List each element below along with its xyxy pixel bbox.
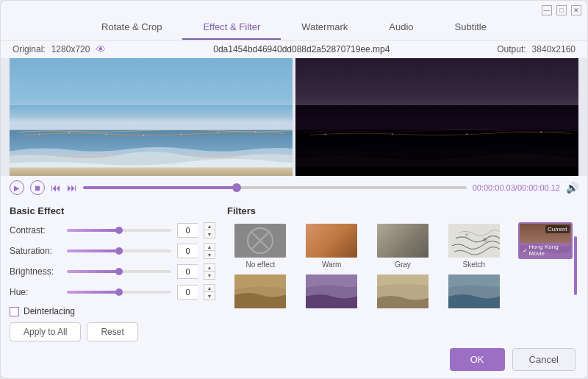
svg-rect-12	[295, 167, 578, 176]
filtered-video-frame	[295, 58, 578, 176]
timeline-slider[interactable]	[83, 186, 467, 189]
apply-all-button[interactable]: Apply to All	[10, 322, 81, 341]
output-label: Output:	[497, 44, 526, 54]
cancel-button[interactable]: Cancel	[512, 348, 576, 371]
filter-label-warm: Warm	[322, 261, 341, 269]
svg-point-7	[180, 133, 182, 135]
filter-hk-movie[interactable]: Current ✓ Hong Kong Movie	[512, 222, 578, 269]
no-effect-bg	[234, 224, 286, 258]
brightness-label: Brightness:	[10, 266, 61, 277]
warm-bg	[306, 224, 357, 258]
time-display: 00:00:00.03/00:00:00.12	[473, 183, 560, 192]
tab-audio[interactable]: Audio	[368, 15, 434, 40]
filter-sketch[interactable]: Sketch	[440, 222, 507, 269]
gray-bg	[377, 224, 429, 258]
timeline-area: ▶ ⏹ ⏮ ⏭ 00:00:00.03/00:00:00.12 🔊	[1, 176, 587, 199]
wave-overlay-right	[295, 105, 578, 176]
deinterlace-checkbox[interactable]	[10, 307, 19, 316]
filter-row2-4[interactable]	[440, 273, 507, 310]
brightness-stepper[interactable]: ▲ ▼	[204, 263, 215, 280]
filter-gray[interactable]: Gray	[370, 222, 437, 269]
timeline-thumb[interactable]	[232, 183, 241, 192]
current-badge: Current	[545, 225, 570, 233]
svg-point-15	[466, 133, 467, 135]
saturation-up[interactable]: ▲	[204, 244, 215, 251]
close-button[interactable]: ✕	[571, 5, 581, 15]
tab-subtitle[interactable]: Subtitle	[434, 15, 507, 40]
svg-point-13	[325, 133, 326, 135]
filters-scrollbar[interactable]	[574, 236, 577, 295]
contrast-down[interactable]: ▼	[204, 230, 215, 238]
play-button[interactable]: ▶	[10, 180, 24, 195]
contrast-slider[interactable]	[67, 229, 171, 232]
brightness-value: 0	[177, 264, 198, 279]
tab-rotate-crop[interactable]: Rotate & Crop	[81, 15, 182, 40]
selected-bar: ✓ Hong Kong Movie	[520, 243, 571, 258]
svg-point-19	[483, 238, 487, 242]
filter-thumb-row2-3	[376, 273, 430, 310]
svg-point-18	[465, 233, 468, 236]
maximize-button[interactable]: □	[556, 5, 567, 15]
timeline-controls: ▶ ⏹ ⏮ ⏭ 00:00:00.03/00:00:00.12 🔊	[10, 180, 578, 195]
saturation-row: Saturation: 0 ▲ ▼	[10, 243, 215, 259]
filter-row2-2[interactable]	[298, 273, 365, 310]
row2-1-svg	[234, 274, 287, 310]
no-effect-icon	[247, 227, 273, 254]
ok-button[interactable]: OK	[450, 348, 505, 371]
skip-forward-button[interactable]: ⏭	[67, 183, 77, 193]
svg-point-9	[254, 132, 256, 133]
filters-panel: Filters No effect	[215, 205, 578, 338]
contrast-label: Contrast:	[10, 225, 61, 235]
saturation-stepper[interactable]: ▲ ▼	[204, 243, 215, 259]
volume-icon[interactable]: 🔊	[566, 182, 578, 194]
contrast-row: Contrast: 0 ▲ ▼	[10, 222, 215, 238]
brightness-up[interactable]: ▲	[204, 264, 215, 272]
original-video-frame	[10, 58, 293, 176]
filter-warm[interactable]: Warm	[298, 222, 365, 269]
skip-back-button[interactable]: ⏮	[51, 183, 61, 193]
svg-rect-17	[448, 224, 500, 258]
row2-4-bg	[448, 274, 500, 308]
tab-effect-filter[interactable]: Effect & Filter	[182, 15, 281, 40]
hue-stepper[interactable]: ▲ ▼	[204, 284, 215, 300]
contrast-stepper[interactable]: ▲ ▼	[204, 222, 215, 238]
saturation-slider[interactable]	[67, 249, 171, 252]
hue-label: Hue:	[10, 287, 61, 297]
filters-title: Filters	[227, 205, 578, 216]
filter-thumb-row2-2	[304, 273, 359, 310]
saturation-down[interactable]: ▼	[204, 251, 215, 258]
filter-label-gray: Gray	[395, 261, 411, 269]
filters-grid: No effect Warm Gray	[227, 222, 578, 310]
reset-button[interactable]: Reset	[87, 322, 137, 341]
hue-value: 0	[177, 285, 198, 300]
stop-button[interactable]: ⏹	[30, 180, 45, 195]
svg-point-3	[39, 133, 40, 135]
row2-4-svg	[448, 274, 501, 310]
hue-up[interactable]: ▲	[204, 285, 215, 292]
brightness-down[interactable]: ▼	[204, 272, 215, 279]
filter-no-effect[interactable]: No effect	[227, 222, 294, 269]
minimize-button[interactable]: —	[542, 5, 552, 15]
svg-point-8	[218, 132, 219, 133]
svg-point-5	[106, 133, 107, 135]
original-video-panel	[10, 58, 293, 176]
filter-thumb-row2-1	[233, 273, 287, 310]
row2-2-svg	[306, 274, 359, 310]
filter-row2-1[interactable]	[227, 273, 294, 310]
filter-thumb-row2-4	[447, 273, 501, 310]
tab-watermark[interactable]: Watermark	[281, 15, 368, 40]
original-resolution: 1280x720	[51, 44, 90, 54]
title-bar: — □ ✕	[1, 1, 587, 15]
filter-row2-3[interactable]	[370, 273, 437, 310]
svg-point-4	[68, 132, 70, 133]
contrast-up[interactable]: ▲	[204, 223, 215, 230]
filter-thumb-gray	[376, 222, 430, 259]
eye-icon[interactable]: 👁	[96, 43, 106, 55]
hue-slider[interactable]	[67, 291, 171, 294]
wave-overlay-left	[10, 105, 293, 176]
filter-label-sketch: Sketch	[463, 261, 486, 269]
brightness-slider[interactable]	[67, 270, 171, 273]
hue-down[interactable]: ▼	[204, 292, 215, 300]
filter-label-no-effect: No effect	[245, 261, 275, 269]
filter-thumb-warm	[304, 222, 359, 259]
